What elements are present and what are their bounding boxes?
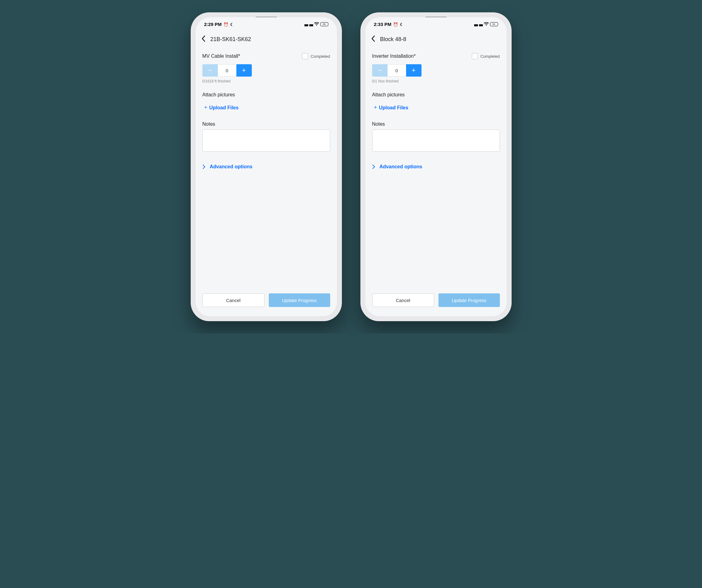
stepper-minus-button[interactable]: − [203,64,218,77]
cancel-button[interactable]: Cancel [203,293,264,307]
task-label: MV Cable Install* [203,54,240,59]
header: Block 48-8 [365,31,507,47]
screen: 2:29 PM 53 21B-SK61-SK62 MV Cable Instal… [196,17,337,316]
chevron-right-icon [372,164,375,169]
cancel-button[interactable]: Cancel [372,293,434,307]
phone-mockup: 2:33 PM 51 Block 48-8 Inverter Installat… [360,12,511,321]
stepper-value[interactable]: 0 [218,64,236,77]
chevron-right-icon [203,164,206,169]
bottom-button-bar: Cancel Update Progress [196,287,337,316]
notes-label: Notes [203,121,330,127]
page-title: 21B-SK61-SK62 [211,36,251,42]
attach-pictures-label: Attach pictures [203,92,330,98]
status-bar: 2:29 PM 53 [196,17,337,31]
completed-checkbox[interactable] [472,53,478,59]
completed-label: Completed [311,54,330,59]
notes-input[interactable] [203,129,330,152]
signal-icon [474,22,478,27]
alarm-icon [223,22,228,27]
upload-files-label: Upload Files [379,105,408,111]
stepper-minus-button[interactable]: − [372,64,387,77]
stepper-subtext: 0/1 Nos finished [372,79,500,83]
content-area: Inverter Installation* Completed − 0 + 0… [365,47,507,287]
battery-icon: 51 [490,22,498,26]
advanced-options-toggle[interactable]: Advanced options [203,164,330,170]
signal-icon [304,22,308,27]
attach-pictures-label: Attach pictures [372,92,500,98]
upload-files-button[interactable]: + Upload Files [204,104,330,111]
screen: 2:33 PM 51 Block 48-8 Inverter Installat… [365,17,507,316]
status-time: 2:33 PM [374,22,391,27]
quantity-stepper: − 0 + [203,64,252,77]
upload-files-label: Upload Files [209,105,239,111]
moon-icon [230,22,234,27]
signal-icon [479,22,483,27]
phone-mockup: 2:29 PM 53 21B-SK61-SK62 MV Cable Instal… [191,12,342,321]
page-title: Block 48-8 [380,36,406,42]
advanced-options-label: Advanced options [210,164,253,170]
stepper-plus-button[interactable]: + [236,64,252,77]
wifi-icon [484,22,489,26]
quantity-stepper: − 0 + [372,64,422,77]
header: 21B-SK61-SK62 [196,31,337,47]
signal-icon [309,22,313,27]
stepper-subtext: 0/1618 ft finished [203,79,330,83]
alarm-icon [393,22,398,27]
plus-icon: + [374,104,377,111]
back-button[interactable] [371,35,375,43]
wifi-icon [314,22,319,26]
stepper-plus-button[interactable]: + [406,64,422,77]
completed-checkbox[interactable] [302,53,308,59]
upload-files-button[interactable]: + Upload Files [374,104,500,111]
battery-icon: 53 [320,22,328,26]
status-time: 2:29 PM [204,22,222,27]
status-bar: 2:33 PM 51 [365,17,507,31]
advanced-options-toggle[interactable]: Advanced options [372,164,500,170]
notes-input[interactable] [372,129,500,152]
update-progress-button[interactable]: Update Progress [439,293,500,307]
notes-label: Notes [372,121,500,127]
bottom-button-bar: Cancel Update Progress [365,287,507,316]
completed-label: Completed [480,54,500,59]
moon-icon [400,22,403,27]
stepper-value[interactable]: 0 [387,64,406,77]
content-area: MV Cable Install* Completed − 0 + 0/1618… [196,47,337,287]
advanced-options-label: Advanced options [379,164,423,170]
back-button[interactable] [201,35,206,43]
task-label: Inverter Installation* [372,54,416,59]
update-progress-button[interactable]: Update Progress [269,293,330,307]
plus-icon: + [204,104,208,111]
